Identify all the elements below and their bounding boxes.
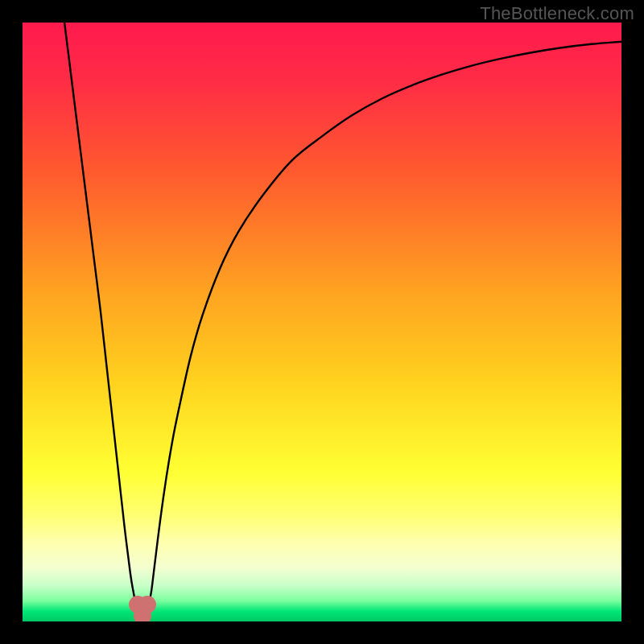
highlight-dot xyxy=(134,607,151,621)
plot-area xyxy=(23,23,621,621)
chart-frame: TheBottleneck.com xyxy=(0,0,644,644)
bottleneck-curve xyxy=(23,23,621,621)
watermark-text: TheBottleneck.com xyxy=(480,3,634,24)
